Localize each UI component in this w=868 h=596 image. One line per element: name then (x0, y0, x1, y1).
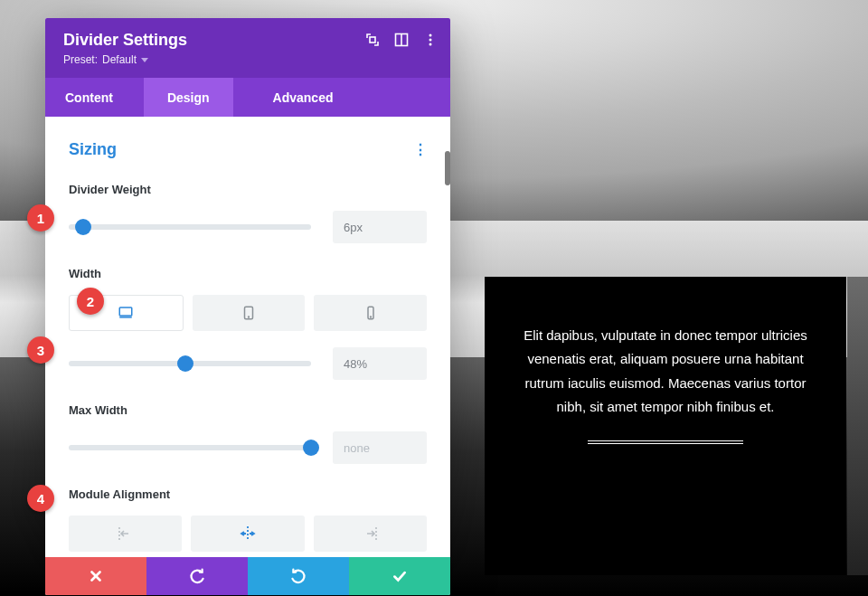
device-tabs (69, 295, 427, 331)
svg-point-4 (429, 39, 432, 42)
annotation-marker-3: 3 (27, 336, 54, 364)
align-right[interactable] (314, 516, 427, 552)
align-left[interactable] (69, 516, 182, 552)
preset-value: Default (102, 53, 137, 66)
section-options-icon[interactable]: ⋮ (413, 146, 427, 155)
label-divider-weight: Divider Weight (69, 183, 427, 196)
modal-body: Sizing ⋮ Divider Weight 6px (45, 117, 450, 557)
field-max-width: Max Width none (69, 396, 427, 480)
modal-tabs: Content Design Advanced (45, 78, 450, 117)
label-module-alignment: Module Alignment (69, 487, 427, 501)
input-width[interactable]: 48% (333, 347, 427, 380)
svg-rect-6 (120, 307, 133, 316)
annotation-marker-2: 2 (77, 288, 104, 315)
preview-text: Elit dapibus, vulputate in donec tempor … (521, 324, 810, 419)
align-center[interactable] (191, 516, 304, 552)
preview-panel: Elit dapibus, vulputate in donec tempor … (485, 277, 846, 575)
section-title[interactable]: Sizing (69, 140, 117, 159)
input-divider-weight[interactable]: 6px (333, 211, 427, 243)
alignment-tabs (69, 516, 427, 552)
save-button[interactable] (349, 557, 450, 595)
modal-footer (45, 557, 450, 595)
settings-modal: Divider Settings Preset: Default Content… (45, 18, 450, 595)
chevron-down-icon (141, 58, 148, 62)
field-divider-weight: Divider Weight 6px (69, 175, 427, 260)
columns-icon[interactable] (394, 33, 409, 47)
device-tab-tablet[interactable] (193, 295, 306, 331)
svg-point-11 (370, 317, 371, 317)
field-width: Width (69, 260, 427, 396)
bg-strip (847, 277, 868, 575)
slider-thumb[interactable] (75, 219, 91, 235)
svg-point-9 (249, 317, 250, 317)
cancel-button[interactable] (45, 557, 146, 595)
slider-divider-weight[interactable] (69, 224, 311, 230)
device-tab-phone[interactable] (314, 295, 427, 331)
scrollbar-thumb[interactable] (445, 151, 450, 185)
tab-content[interactable]: Content (45, 78, 144, 117)
more-icon[interactable] (423, 33, 438, 47)
tab-advanced[interactable]: Advanced (250, 78, 357, 117)
preview-divider (588, 440, 744, 444)
redo-button[interactable] (248, 557, 349, 595)
slider-max-width[interactable] (69, 445, 311, 450)
expand-icon[interactable] (365, 33, 380, 47)
preset-selector[interactable]: Preset: Default (63, 53, 148, 66)
slider-thumb[interactable] (303, 440, 319, 456)
annotation-marker-1: 1 (27, 204, 54, 232)
field-module-alignment: Module Alignment (69, 480, 427, 557)
tab-design[interactable]: Design (144, 78, 233, 117)
undo-button[interactable] (146, 557, 248, 595)
slider-width[interactable] (69, 361, 311, 366)
modal-header: Divider Settings Preset: Default (45, 18, 450, 78)
svg-point-5 (429, 43, 432, 46)
label-max-width: Max Width (69, 403, 427, 417)
annotation-marker-4: 4 (27, 485, 54, 512)
input-max-width[interactable]: none (333, 431, 427, 464)
svg-point-3 (429, 34, 432, 37)
preset-prefix: Preset: (63, 53, 98, 66)
label-width: Width (69, 267, 427, 280)
svg-rect-0 (370, 37, 375, 43)
slider-thumb[interactable] (177, 355, 193, 372)
